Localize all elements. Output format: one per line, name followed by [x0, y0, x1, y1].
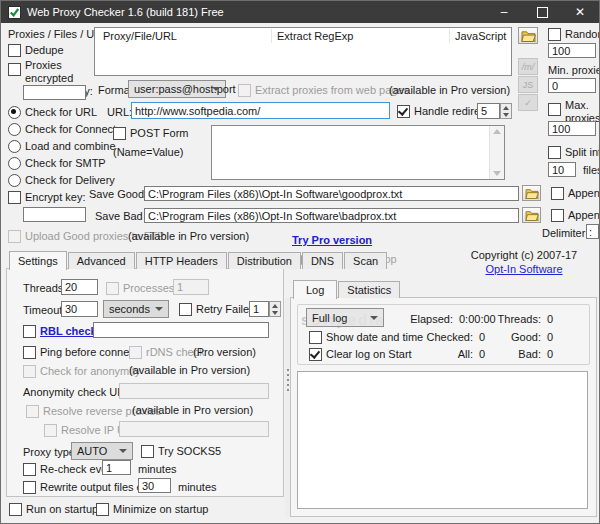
log-mode-value: Full log [312, 312, 347, 324]
tab-statistics[interactable]: Statistics [338, 281, 400, 298]
check-mode-load[interactable]: Load and combine [8, 140, 116, 153]
random-count-input[interactable] [548, 43, 596, 58]
bad-value: 0 [547, 348, 553, 361]
elapsed-label: Elapsed: [396, 313, 453, 326]
col-extract-regexp[interactable]: Extract RegExp [277, 30, 353, 43]
tab-log[interactable]: Log [293, 280, 337, 299]
append-good-checkbox[interactable] [551, 187, 564, 200]
column-divider [449, 29, 450, 43]
run-startup-checkbox[interactable] [9, 503, 22, 516]
check-mode-smtp[interactable]: Check for SMTP [8, 157, 106, 170]
post-form-scrollbar[interactable] [489, 126, 504, 179]
post-form-checkbox[interactable] [113, 127, 126, 140]
random-checkbox[interactable] [548, 28, 561, 41]
url-input[interactable] [131, 102, 390, 119]
proxy-type-select[interactable]: AUTO [71, 442, 133, 460]
rdns-checkbox [129, 346, 142, 359]
save-good-input[interactable] [144, 186, 519, 201]
rbl-input[interactable] [93, 322, 269, 338]
tab-http-headers[interactable]: HTTP Headers [136, 252, 227, 269]
rdns-pro-note: (Pro version) [193, 346, 256, 359]
threads-input[interactable] [61, 279, 98, 295]
tab-settings[interactable]: Settings [9, 251, 67, 270]
minimize-startup-checkbox[interactable] [96, 503, 109, 516]
upload-ftp-checkbox [8, 230, 21, 243]
chevron-down-icon [212, 87, 220, 91]
tab-scan[interactable]: Scan [344, 252, 387, 269]
save-bad-input[interactable] [144, 208, 519, 223]
rewrite-input[interactable] [138, 478, 171, 493]
show-date-checkbox[interactable] [309, 331, 322, 344]
regexp-button: /m/ [518, 58, 538, 75]
recheck-checkbox[interactable] [23, 463, 36, 476]
encrypt-key-input[interactable] [23, 207, 86, 222]
redirects-input[interactable] [477, 103, 500, 119]
proxies-encrypted-checkbox[interactable] [8, 63, 21, 76]
radio-load-combine[interactable] [8, 140, 21, 153]
proxy-list[interactable]: Proxy/File/URL Extract RegExp JavaScript [94, 27, 512, 76]
tab-advanced[interactable]: Advanced [68, 252, 135, 269]
min-proxies-label: Min. proxies: [548, 64, 600, 77]
timeout-input[interactable] [61, 301, 98, 317]
open-file-button[interactable] [518, 27, 538, 44]
rbl-checkbox[interactable] [23, 325, 36, 338]
split-count-input[interactable] [548, 162, 576, 177]
browse-good-button[interactable] [522, 185, 541, 201]
timeout-label: Timeout: [23, 304, 65, 317]
rewrite-minutes-label: minutes [178, 481, 217, 494]
tab-dns[interactable]: DNS [302, 252, 343, 269]
try-pro-link[interactable]: Try Pro version [292, 234, 372, 247]
retry-input[interactable] [249, 301, 269, 317]
radio-check-connect[interactable] [8, 123, 21, 136]
encrypt-key-checkbox[interactable] [8, 191, 21, 204]
post-form-textarea[interactable] [211, 125, 505, 180]
checked-label: Checked: [415, 331, 473, 344]
tab-dns-label: DNS [311, 255, 334, 267]
min-proxies-input[interactable] [548, 78, 596, 93]
try-socks5-checkbox[interactable] [141, 445, 154, 458]
redirects-stepper[interactable] [500, 103, 512, 119]
radio-check-smtp[interactable] [8, 157, 21, 170]
dedupe-label: Dedupe [25, 44, 64, 57]
anonymity-label: Check for anonymity [40, 365, 140, 378]
append-bad-checkbox[interactable] [551, 209, 564, 222]
delimiter-input[interactable] [586, 224, 599, 239]
company-link[interactable]: Opt-In Software [449, 263, 599, 276]
col-proxy-file-url[interactable]: Proxy/File/URL [103, 30, 177, 43]
ping-checkbox[interactable] [23, 346, 36, 359]
run-startup-row: Run on startup [9, 503, 98, 516]
rbl-check-link[interactable]: RBL check: [40, 325, 100, 338]
max-proxies-input[interactable] [548, 121, 596, 136]
col-javascript[interactable]: JavaScript [455, 30, 506, 43]
clear-log-checkbox[interactable] [309, 348, 322, 361]
recheck-input[interactable] [102, 460, 131, 475]
browse-bad-button[interactable] [522, 207, 541, 223]
radio-check-url[interactable] [8, 106, 21, 119]
minimize-button[interactable]: – [485, 1, 523, 23]
retry-failed-checkbox[interactable] [179, 303, 192, 316]
app-window: Web Proxy Checker 1.6 (build 181) Free –… [0, 0, 600, 524]
radio-check-delivery[interactable] [8, 174, 21, 187]
retry-stepper[interactable] [269, 301, 281, 317]
check-icon: ✓ [524, 98, 532, 108]
rewrite-checkbox[interactable] [23, 481, 36, 494]
threads-count-value: 0 [547, 313, 553, 326]
processes-label: Processes: [123, 282, 177, 295]
extract-proxies-checkbox [238, 84, 251, 97]
log-output-area[interactable] [297, 371, 588, 509]
max-proxies-checkbox[interactable] [548, 103, 561, 116]
format-select[interactable]: user:pass@host:port [128, 80, 226, 98]
split-into-checkbox[interactable] [548, 146, 561, 159]
timeout-unit-select[interactable]: seconds [103, 300, 169, 318]
check-mode-delivery[interactable]: Check for Delivery [8, 174, 115, 187]
dedupe-checkbox[interactable] [8, 44, 21, 57]
handle-redirects-checkbox[interactable] [397, 105, 410, 118]
close-button[interactable]: ✕ [561, 1, 599, 23]
log-mode-select[interactable]: Full log [306, 308, 384, 327]
check-mode-connect[interactable]: Check for Connect [8, 123, 116, 136]
check-mode-url[interactable]: Check for URL [8, 106, 97, 119]
maximize-button[interactable] [523, 1, 561, 23]
tab-distribution[interactable]: Distribution [228, 252, 301, 269]
delimiter-label: Delimiter: [542, 227, 588, 240]
encryption-key-input[interactable] [23, 85, 86, 100]
